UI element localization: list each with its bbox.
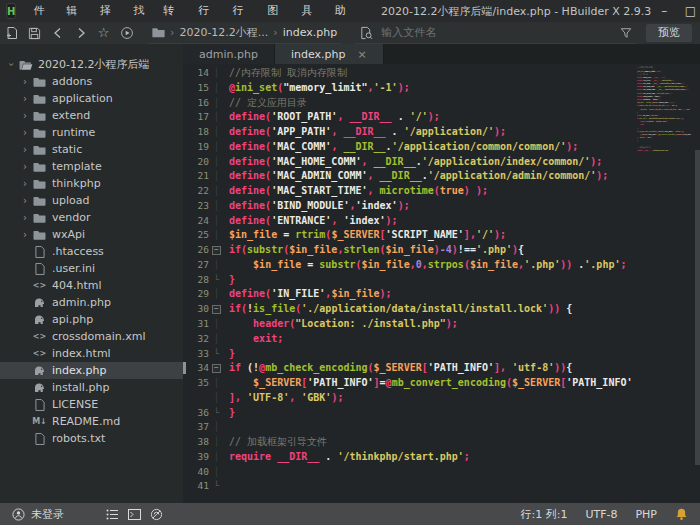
code-line[interactable]: 34−if (!@mb_check_encoding($_SERVER['PAT… [183,361,700,376]
favorite-button[interactable]: ☆ [92,22,115,44]
search-input[interactable]: 输入文件名 [355,22,636,44]
code-line[interactable]: 19│define('MAC_COMM', __DIR__.'/applicat… [183,140,700,155]
tree-item-.user.ini[interactable]: .user.ini [0,260,183,277]
tree-item-vendor[interactable]: ›vendor [0,209,183,226]
tree-item-api.php[interactable]: api.php [0,311,183,328]
line-number: 33 [183,347,209,362]
tab-admin.php[interactable]: admin.php [183,44,275,64]
code-file-icon: <> [33,332,46,341]
code-line[interactable]: 21│define('MAC_ADMIN_COMM', __DIR__.'/ap… [183,169,700,184]
breadcrumb-file[interactable]: index.php [283,26,338,39]
fold-guide: │ [209,420,224,435]
tree-item-.htaccess[interactable]: .htaccess [0,243,183,260]
forward-button[interactable] [69,22,92,44]
code-line[interactable]: 41└ [183,479,700,494]
code-line[interactable]: 32│ exit; [183,332,700,347]
filter-funnel-icon[interactable] [620,27,632,39]
code-line[interactable]: 16│// 定义应用目录 [183,96,700,111]
code-line[interactable]: 39│require __DIR__ . '/thinkphp/start.ph… [183,450,700,465]
code-line[interactable]: 26−if(substr($in_file,strlen($in_file)-4… [183,243,700,258]
vertical-scrollbar[interactable] [695,64,700,503]
minimap[interactable]: //内存限制 取消内存限制@ini_set("memory_limit",'-1… [637,64,695,503]
maximize-button[interactable]: □ [677,0,700,22]
tree-item-robots.txt[interactable]: robots.txt [0,430,183,447]
code-line[interactable]: 27│ $in_file = substr($in_file,0,strpos(… [183,258,700,273]
chevron-right-icon: › [20,110,30,121]
breadcrumb-project[interactable]: 2020-12.2小程... [179,25,268,40]
fold-toggle[interactable]: − [209,302,224,317]
code-line[interactable]: 28└} [183,273,700,288]
close-icon[interactable]: × [357,48,366,61]
code-line[interactable]: 29│define('IN_FILE',$in_file); [183,287,700,302]
tab-index.php[interactable]: index.php× [275,44,384,64]
outline-icon[interactable] [106,509,119,520]
console-icon[interactable] [128,509,141,520]
code-line[interactable]: 33└} [183,347,700,362]
tree-item-application[interactable]: ›application [0,90,183,107]
code-line[interactable]: 24│define('ENTRANCE', 'index'); [183,214,700,229]
line-number: 41 [183,479,209,494]
tree-item-label: vendor [52,211,90,224]
folder-icon [33,128,46,138]
tree-item-static[interactable]: ›static [0,141,183,158]
code-line[interactable]: │], 'UTF-8', 'GBK'); [183,391,700,406]
save-button[interactable] [23,22,46,44]
tree-item-addons[interactable]: ›addons [0,73,183,90]
tree-item-404.html[interactable]: <>404.html [0,277,183,294]
tree-item-README.md[interactable]: M↓README.md [0,413,183,430]
code-line[interactable]: 22│define('MAC_START_TIME', microtime(tr… [183,184,700,199]
encoding-indicator[interactable]: UTF-8 [585,508,617,521]
code-line[interactable]: 38│// 加载框架引导文件 [183,435,700,450]
notification-bell-icon[interactable] [675,507,688,521]
new-file-button[interactable] [0,22,23,44]
code-line[interactable]: 35│ $_SERVER['PATH_INFO']=@mb_convert_en… [183,376,700,391]
tree-item-install.php[interactable]: install.php [0,379,183,396]
cursor-position[interactable]: 行:1 列:1 [520,507,567,522]
minimize-button[interactable]: – [651,0,677,22]
language-mode[interactable]: PHP [635,508,657,521]
code-area[interactable]: 14│//内存限制 取消内存限制15│@ini_set("memory_limi… [183,66,700,494]
code-line[interactable]: 31│ header("Location: ./install.php"); [183,317,700,332]
tree-item-index.html[interactable]: <>index.html [0,345,183,362]
tree-root[interactable]: ›2020-12.2小程序后端 [0,56,183,73]
tree-item-LICENSE[interactable]: LICENSE [0,396,183,413]
code-line[interactable]: 18│define('APP_PATH', __DIR__ . '/applic… [183,125,700,140]
tree-item-wxApi[interactable]: ›wxApi [0,226,183,243]
tree-root-label: 2020-12.2小程序后端 [38,57,149,72]
tree-item-thinkphp[interactable]: ›thinkphp [0,175,183,192]
tree-item-label: runtime [52,126,95,139]
tree-item-runtime[interactable]: ›runtime [0,124,183,141]
sync-disabled-icon[interactable] [150,508,163,521]
minimap-line [637,155,645,158]
tree-item-template[interactable]: ›template [0,158,183,175]
tree-item-crossdomain.xml[interactable]: <>crossdomain.xml [0,328,183,345]
login-status[interactable]: 未登录 [12,507,64,522]
tree-item-label: .user.ini [52,262,95,275]
code-line[interactable]: 23│define('BIND_MODULE','index'); [183,199,700,214]
code-line[interactable]: 17│define('ROOT_PATH', __DIR__ . '/'); [183,110,700,125]
code-line[interactable]: 36└} [183,406,700,421]
tree-item-extend[interactable]: ›extend [0,107,183,124]
chevron-right-icon: › [20,161,30,172]
code-editor[interactable]: 14│//内存限制 取消内存限制15│@ini_set("memory_limi… [183,64,700,503]
tree-item-admin.php[interactable]: admin.php [0,294,183,311]
code-line[interactable]: 30−if(!is_file('./application/data/insta… [183,302,700,317]
code-line[interactable]: 37│ [183,420,700,435]
back-button[interactable] [46,22,69,44]
code-line[interactable]: 14│//内存限制 取消内存限制 [183,66,700,81]
code-line[interactable]: 25│$in_file = rtrim($_SERVER['SCRIPT_NAM… [183,228,700,243]
fold-toggle[interactable]: − [209,243,224,258]
tree-item-index.php[interactable]: index.php [0,362,183,379]
scrollbar-thumb[interactable] [695,150,700,465]
tree-item-upload[interactable]: ›upload [0,192,183,209]
fold-guide: │ [209,96,224,111]
fold-guide: │ [209,184,224,199]
code-line[interactable]: 20│define('MAC_HOME_COMM', __DIR__.'/app… [183,155,700,170]
run-button[interactable] [115,22,138,44]
code-line[interactable]: 15│@ini_set("memory_limit",'-1'); [183,81,700,96]
code-line[interactable]: 40│ [183,465,700,480]
fold-toggle[interactable]: − [209,361,224,376]
preview-button[interactable]: 预览 [646,24,692,42]
code-file-icon: <> [33,281,46,290]
line-number: 30 [183,302,209,317]
